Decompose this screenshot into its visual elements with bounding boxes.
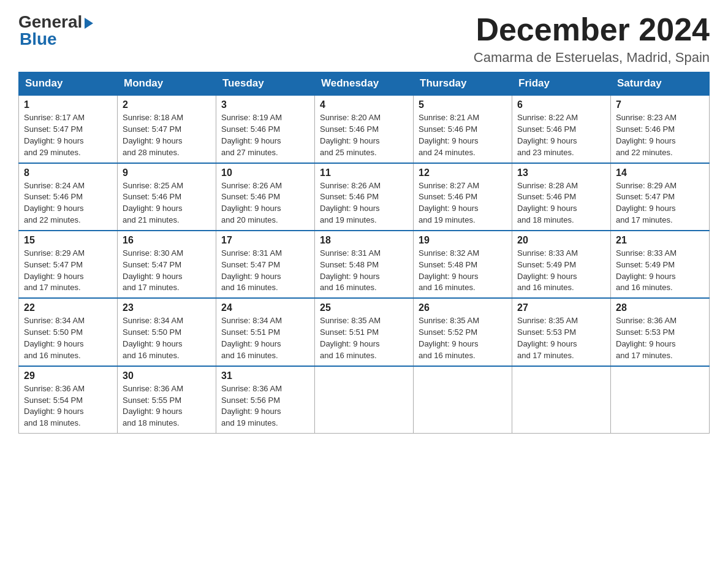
- day-info: Sunrise: 8:21 AMSunset: 5:46 PMDaylight:…: [419, 112, 507, 158]
- week-row-4: 22Sunrise: 8:34 AMSunset: 5:50 PMDayligh…: [19, 298, 710, 366]
- calendar-day-14: 14Sunrise: 8:29 AMSunset: 5:47 PMDayligh…: [611, 163, 710, 231]
- calendar-day-15: 15Sunrise: 8:29 AMSunset: 5:47 PMDayligh…: [19, 231, 118, 298]
- weekday-header-tuesday: Tuesday: [216, 72, 315, 96]
- day-number: 21: [616, 235, 704, 246]
- day-number: 17: [221, 235, 309, 246]
- weekday-header-row: SundayMondayTuesdayWednesdayThursdayFrid…: [19, 72, 710, 96]
- day-number: 6: [517, 99, 605, 110]
- day-info: Sunrise: 8:36 AMSunset: 5:53 PMDaylight:…: [616, 315, 704, 361]
- logo-triangle-icon: [85, 18, 93, 29]
- day-number: 5: [419, 99, 507, 110]
- empty-day-cell: [315, 366, 414, 434]
- calendar-day-13: 13Sunrise: 8:28 AMSunset: 5:46 PMDayligh…: [512, 163, 611, 231]
- day-info: Sunrise: 8:35 AMSunset: 5:52 PMDaylight:…: [419, 315, 507, 361]
- calendar-day-12: 12Sunrise: 8:27 AMSunset: 5:46 PMDayligh…: [414, 163, 512, 231]
- day-number: 13: [517, 167, 605, 178]
- week-row-1: 1Sunrise: 8:17 AMSunset: 5:47 PMDaylight…: [19, 95, 710, 163]
- calendar-day-4: 4Sunrise: 8:20 AMSunset: 5:46 PMDaylight…: [315, 95, 414, 163]
- logo-blue-text: Blue: [20, 29, 57, 49]
- day-number: 8: [24, 167, 112, 178]
- calendar-day-28: 28Sunrise: 8:36 AMSunset: 5:53 PMDayligh…: [611, 298, 710, 366]
- calendar-day-7: 7Sunrise: 8:23 AMSunset: 5:46 PMDaylight…: [611, 95, 710, 163]
- day-number: 9: [123, 167, 211, 178]
- calendar-day-23: 23Sunrise: 8:34 AMSunset: 5:50 PMDayligh…: [118, 298, 216, 366]
- calendar-day-25: 25Sunrise: 8:35 AMSunset: 5:51 PMDayligh…: [315, 298, 414, 366]
- day-info: Sunrise: 8:33 AMSunset: 5:49 PMDaylight:…: [616, 248, 704, 294]
- day-info: Sunrise: 8:22 AMSunset: 5:46 PMDaylight:…: [517, 112, 605, 158]
- calendar-day-21: 21Sunrise: 8:33 AMSunset: 5:49 PMDayligh…: [611, 231, 710, 298]
- day-number: 23: [123, 302, 211, 313]
- day-info: Sunrise: 8:32 AMSunset: 5:48 PMDaylight:…: [419, 248, 507, 294]
- weekday-header-sunday: Sunday: [19, 72, 118, 96]
- calendar-day-10: 10Sunrise: 8:26 AMSunset: 5:46 PMDayligh…: [216, 163, 315, 231]
- day-number: 15: [24, 235, 112, 246]
- day-number: 31: [221, 370, 309, 381]
- day-number: 24: [221, 302, 309, 313]
- calendar-day-29: 29Sunrise: 8:36 AMSunset: 5:54 PMDayligh…: [19, 366, 118, 434]
- day-info: Sunrise: 8:29 AMSunset: 5:47 PMDaylight:…: [24, 248, 112, 294]
- calendar-day-16: 16Sunrise: 8:30 AMSunset: 5:47 PMDayligh…: [118, 231, 216, 298]
- empty-day-cell: [512, 366, 611, 434]
- day-number: 14: [616, 167, 704, 178]
- day-info: Sunrise: 8:17 AMSunset: 5:47 PMDaylight:…: [24, 112, 112, 158]
- title-block: December 2024 Camarma de Esteruelas, Mad…: [474, 12, 710, 66]
- day-number: 30: [123, 370, 211, 381]
- calendar-day-19: 19Sunrise: 8:32 AMSunset: 5:48 PMDayligh…: [414, 231, 512, 298]
- day-info: Sunrise: 8:18 AMSunset: 5:47 PMDaylight:…: [123, 112, 211, 158]
- day-info: Sunrise: 8:25 AMSunset: 5:46 PMDaylight:…: [123, 180, 211, 226]
- day-number: 22: [24, 302, 112, 313]
- page-header: General Blue December 2024 Camarma de Es…: [18, 12, 710, 66]
- calendar-day-3: 3Sunrise: 8:19 AMSunset: 5:46 PMDaylight…: [216, 95, 315, 163]
- logo: General Blue: [18, 12, 93, 49]
- day-info: Sunrise: 8:23 AMSunset: 5:46 PMDaylight:…: [616, 112, 704, 158]
- day-info: Sunrise: 8:27 AMSunset: 5:46 PMDaylight:…: [419, 180, 507, 226]
- day-info: Sunrise: 8:31 AMSunset: 5:47 PMDaylight:…: [221, 248, 309, 294]
- month-title: December 2024: [474, 12, 710, 47]
- weekday-header-saturday: Saturday: [611, 72, 710, 96]
- day-info: Sunrise: 8:19 AMSunset: 5:46 PMDaylight:…: [221, 112, 309, 158]
- calendar-day-30: 30Sunrise: 8:36 AMSunset: 5:55 PMDayligh…: [118, 366, 216, 434]
- weekday-header-wednesday: Wednesday: [315, 72, 414, 96]
- calendar-day-20: 20Sunrise: 8:33 AMSunset: 5:49 PMDayligh…: [512, 231, 611, 298]
- calendar-day-24: 24Sunrise: 8:34 AMSunset: 5:51 PMDayligh…: [216, 298, 315, 366]
- calendar-day-5: 5Sunrise: 8:21 AMSunset: 5:46 PMDaylight…: [414, 95, 512, 163]
- weekday-header-friday: Friday: [512, 72, 611, 96]
- week-row-3: 15Sunrise: 8:29 AMSunset: 5:47 PMDayligh…: [19, 231, 710, 298]
- day-number: 10: [221, 167, 309, 178]
- day-number: 26: [419, 302, 507, 313]
- day-number: 25: [320, 302, 408, 313]
- day-info: Sunrise: 8:33 AMSunset: 5:49 PMDaylight:…: [517, 248, 605, 294]
- calendar-day-31: 31Sunrise: 8:36 AMSunset: 5:56 PMDayligh…: [216, 366, 315, 434]
- day-info: Sunrise: 8:35 AMSunset: 5:51 PMDaylight:…: [320, 315, 408, 361]
- calendar-table: SundayMondayTuesdayWednesdayThursdayFrid…: [18, 72, 710, 434]
- calendar-day-22: 22Sunrise: 8:34 AMSunset: 5:50 PMDayligh…: [19, 298, 118, 366]
- day-number: 11: [320, 167, 408, 178]
- day-info: Sunrise: 8:35 AMSunset: 5:53 PMDaylight:…: [517, 315, 605, 361]
- weekday-header-thursday: Thursday: [414, 72, 512, 96]
- calendar-day-8: 8Sunrise: 8:24 AMSunset: 5:46 PMDaylight…: [19, 163, 118, 231]
- day-number: 16: [123, 235, 211, 246]
- day-info: Sunrise: 8:28 AMSunset: 5:46 PMDaylight:…: [517, 180, 605, 226]
- day-info: Sunrise: 8:26 AMSunset: 5:46 PMDaylight:…: [320, 180, 408, 226]
- week-row-5: 29Sunrise: 8:36 AMSunset: 5:54 PMDayligh…: [19, 366, 710, 434]
- day-number: 3: [221, 99, 309, 110]
- day-info: Sunrise: 8:36 AMSunset: 5:54 PMDaylight:…: [24, 383, 112, 429]
- day-info: Sunrise: 8:34 AMSunset: 5:50 PMDaylight:…: [24, 315, 112, 361]
- day-number: 29: [24, 370, 112, 381]
- day-info: Sunrise: 8:34 AMSunset: 5:50 PMDaylight:…: [123, 315, 211, 361]
- calendar-day-26: 26Sunrise: 8:35 AMSunset: 5:52 PMDayligh…: [414, 298, 512, 366]
- day-number: 1: [24, 99, 112, 110]
- day-info: Sunrise: 8:36 AMSunset: 5:55 PMDaylight:…: [123, 383, 211, 429]
- day-info: Sunrise: 8:31 AMSunset: 5:48 PMDaylight:…: [320, 248, 408, 294]
- day-info: Sunrise: 8:20 AMSunset: 5:46 PMDaylight:…: [320, 112, 408, 158]
- location-text: Camarma de Esteruelas, Madrid, Spain: [474, 50, 710, 66]
- day-number: 20: [517, 235, 605, 246]
- day-info: Sunrise: 8:36 AMSunset: 5:56 PMDaylight:…: [221, 383, 309, 429]
- day-number: 7: [616, 99, 704, 110]
- empty-day-cell: [414, 366, 512, 434]
- calendar-day-27: 27Sunrise: 8:35 AMSunset: 5:53 PMDayligh…: [512, 298, 611, 366]
- day-number: 19: [419, 235, 507, 246]
- weekday-header-monday: Monday: [118, 72, 216, 96]
- day-info: Sunrise: 8:30 AMSunset: 5:47 PMDaylight:…: [123, 248, 211, 294]
- day-info: Sunrise: 8:34 AMSunset: 5:51 PMDaylight:…: [221, 315, 309, 361]
